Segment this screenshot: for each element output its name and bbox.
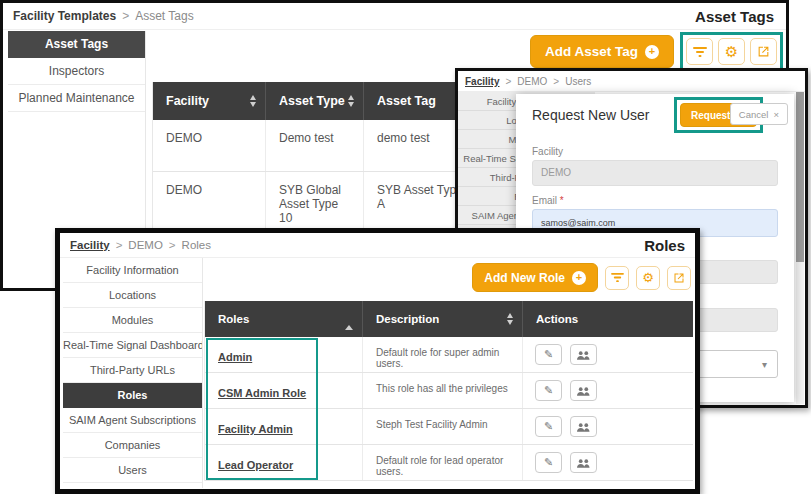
sidebar-item-inspectors[interactable]: Inspectors bbox=[8, 58, 145, 85]
cell-actions: ✎ bbox=[523, 373, 693, 408]
role-link[interactable]: Facility Admin bbox=[218, 423, 293, 435]
column-header-description[interactable]: Description bbox=[363, 301, 523, 337]
table-row[interactable]: Lead Operator Default role for lead oper… bbox=[205, 445, 693, 481]
sidebar-item-third-party-urls[interactable]: Third-Party URLs bbox=[63, 358, 202, 383]
export-button[interactable] bbox=[750, 38, 777, 65]
sidebar-item-facility-information[interactable]: Facility Information bbox=[63, 258, 202, 283]
sort-icon[interactable] bbox=[250, 95, 256, 107]
scrollbar-thumb[interactable] bbox=[796, 92, 804, 262]
column-header-actions: Actions bbox=[523, 301, 693, 337]
filter-icon bbox=[693, 46, 707, 58]
table-row[interactable]: CSM Admin Role This role has all the pri… bbox=[205, 373, 693, 409]
export-button[interactable] bbox=[667, 266, 691, 290]
role-link[interactable]: Admin bbox=[218, 351, 252, 363]
cell-description: Default role for super admin users. bbox=[363, 337, 523, 372]
breadcrumb-separator bbox=[547, 76, 565, 87]
sort-icon[interactable] bbox=[507, 313, 513, 325]
breadcrumb-current: Roles bbox=[182, 239, 211, 251]
breadcrumb: FacilityDEMOUsers bbox=[465, 76, 591, 87]
breadcrumb-separator bbox=[116, 9, 135, 23]
breadcrumb-current: Users bbox=[565, 76, 591, 87]
column-header-roles[interactable]: Roles bbox=[205, 301, 363, 337]
edit-role-button[interactable]: ✎ bbox=[535, 452, 562, 473]
breadcrumb-current: Asset Tags bbox=[135, 9, 193, 23]
roles-table: Roles Description Actions Admin Default … bbox=[204, 301, 693, 481]
role-users-button[interactable] bbox=[570, 344, 597, 365]
sidebar-item-realtime-signal-dashboards[interactable]: Real-Time Signal Dashboards bbox=[63, 333, 202, 358]
cell-asset-type: Demo test bbox=[266, 120, 364, 171]
cell-facility: DEMO bbox=[153, 120, 266, 171]
page-title: Roles bbox=[644, 237, 685, 254]
filter-button[interactable] bbox=[605, 266, 629, 290]
edit-role-button[interactable]: ✎ bbox=[535, 380, 562, 401]
breadcrumb-facility[interactable]: DEMO bbox=[128, 239, 163, 251]
sidebar-item-asset-tags[interactable]: Asset Tags bbox=[8, 31, 145, 58]
sidebar-item-planned-maintenance[interactable]: Planned Maintenance bbox=[8, 85, 145, 112]
column-label: Roles bbox=[218, 313, 249, 325]
cancel-button[interactable]: Cancel × bbox=[730, 103, 788, 125]
close-icon: × bbox=[773, 109, 779, 120]
pencil-icon: ✎ bbox=[544, 384, 553, 397]
export-icon bbox=[673, 272, 685, 284]
cell-actions: ✎ bbox=[523, 409, 693, 444]
column-header-facility[interactable]: Facility bbox=[153, 82, 266, 120]
column-label: Description bbox=[376, 313, 439, 325]
cell-role: Facility Admin bbox=[205, 409, 363, 444]
facility-input: DEMO bbox=[532, 160, 778, 186]
breadcrumb-root-link[interactable]: Facility bbox=[70, 239, 110, 251]
roles-window: FacilityDEMORoles Roles Facility Informa… bbox=[55, 228, 700, 494]
table-header: Roles Description Actions bbox=[205, 301, 693, 337]
column-header-asset-type[interactable]: Asset Type bbox=[266, 82, 364, 120]
cell-role: Lead Operator bbox=[205, 445, 363, 480]
scrollbar[interactable] bbox=[796, 92, 804, 404]
modal-title: Request New User bbox=[532, 107, 650, 123]
pencil-icon: ✎ bbox=[544, 456, 553, 469]
edit-role-button[interactable]: ✎ bbox=[535, 416, 562, 437]
sidebar: Facility Information Locations Modules R… bbox=[63, 258, 203, 488]
sidebar-item-roles[interactable]: Roles bbox=[63, 383, 202, 408]
edit-role-button[interactable]: ✎ bbox=[535, 344, 562, 365]
settings-button[interactable]: ⚙ bbox=[636, 266, 660, 290]
breadcrumb-separator bbox=[163, 239, 182, 251]
role-link[interactable]: Lead Operator bbox=[218, 459, 293, 471]
toolbar-highlight-box: ⚙ bbox=[680, 32, 783, 71]
add-asset-tag-button[interactable]: Add Asset Tag + bbox=[530, 35, 674, 68]
table-row[interactable]: Admin Default role for super admin users… bbox=[205, 337, 693, 373]
plus-icon: + bbox=[645, 45, 659, 59]
filter-button[interactable] bbox=[686, 38, 713, 65]
sidebar-item-modules[interactable]: Modules bbox=[63, 308, 202, 333]
sidebar-item-saim-agent-subscriptions[interactable]: SAIM Agent Subscriptions bbox=[63, 408, 202, 433]
sidebar-item-companies[interactable]: Companies bbox=[63, 433, 202, 458]
breadcrumb: Facility TemplatesAsset Tags bbox=[13, 9, 194, 23]
role-link[interactable]: CSM Admin Role bbox=[218, 387, 306, 399]
add-asset-tag-label: Add Asset Tag bbox=[545, 44, 638, 59]
column-label: Facility bbox=[166, 94, 209, 108]
role-users-button[interactable] bbox=[570, 416, 597, 437]
sort-icon[interactable] bbox=[348, 95, 354, 107]
sidebar-item-locations[interactable]: Locations bbox=[63, 283, 202, 308]
user-group-icon bbox=[577, 422, 590, 432]
breadcrumb-root-link[interactable]: Facility bbox=[465, 76, 499, 87]
table-row[interactable]: Facility Admin Steph Test Facility Admin… bbox=[205, 409, 693, 445]
user-group-icon bbox=[577, 350, 590, 360]
role-users-button[interactable] bbox=[570, 380, 597, 401]
add-new-role-button[interactable]: Add New Role + bbox=[472, 263, 598, 292]
sidebar-item-users[interactable]: Users bbox=[63, 458, 202, 483]
settings-button[interactable]: ⚙ bbox=[718, 38, 745, 65]
cancel-label: Cancel bbox=[739, 109, 769, 120]
cell-description: This role has all the privileges bbox=[363, 373, 523, 408]
breadcrumb-root-link[interactable]: Facility Templates bbox=[13, 9, 116, 23]
role-users-button[interactable] bbox=[570, 452, 597, 473]
add-new-role-label: Add New Role bbox=[484, 271, 565, 285]
pencil-icon: ✎ bbox=[544, 420, 553, 433]
column-label: Asset Tag bbox=[377, 94, 436, 108]
cell-description: Default role for lead operator users. bbox=[363, 445, 523, 480]
breadcrumb-facility[interactable]: DEMO bbox=[517, 76, 547, 87]
cell-actions: ✎ bbox=[523, 337, 693, 372]
toolbar: Add Asset Tag + ⚙ bbox=[530, 32, 783, 71]
cell-role: Admin bbox=[205, 337, 363, 372]
gear-icon: ⚙ bbox=[642, 270, 654, 285]
required-asterisk: * bbox=[557, 195, 564, 206]
sort-ascending-icon[interactable] bbox=[345, 313, 353, 325]
request-label: Request bbox=[691, 110, 730, 121]
